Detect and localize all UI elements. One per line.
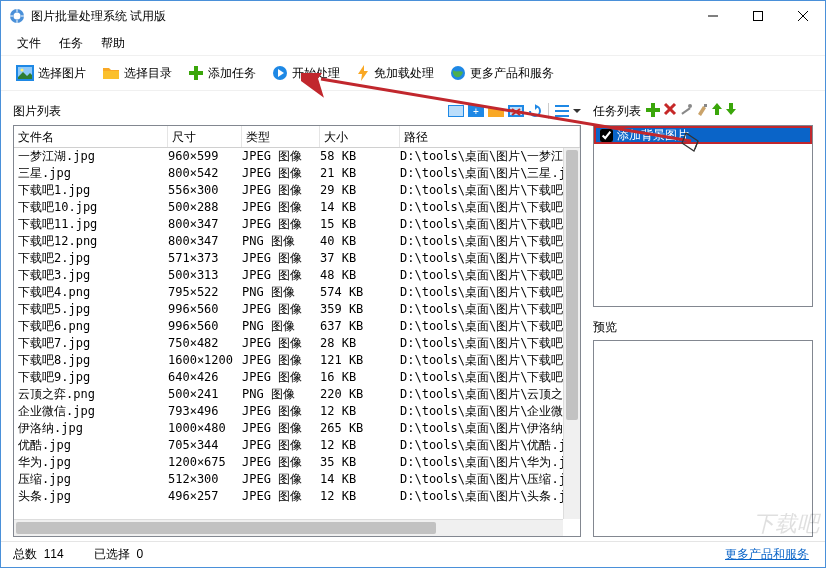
preview-panel xyxy=(593,340,813,537)
bolt-icon xyxy=(356,65,370,81)
folder-icon xyxy=(102,65,120,81)
table-row[interactable]: 伊洛纳.jpg1000×480JPEG 图像265 KBD:\tools\桌面\… xyxy=(14,420,580,437)
col-type[interactable]: 类型 xyxy=(242,126,320,147)
table-row[interactable]: 下载吧1.jpg556×300JPEG 图像29 KBD:\tools\桌面\图… xyxy=(14,182,580,199)
svg-rect-9 xyxy=(103,71,119,79)
btn-more-products[interactable]: 更多产品和服务 xyxy=(445,62,559,85)
table-row[interactable]: 优酷.jpg705×344JPEG 图像12 KBD:\tools\桌面\图片\… xyxy=(14,437,580,454)
table-row[interactable]: 云顶之弈.png500×241PNG 图像220 KBD:\tools\桌面\图… xyxy=(14,386,580,403)
task-item-label: 添加背景图片 xyxy=(617,127,689,144)
close-button[interactable] xyxy=(780,1,825,31)
svg-rect-11 xyxy=(189,71,203,75)
btn-fast-process[interactable]: 免加载处理 xyxy=(351,62,439,85)
svg-rect-3 xyxy=(753,12,762,21)
svg-rect-15 xyxy=(449,106,463,116)
menu-help[interactable]: 帮助 xyxy=(101,35,125,52)
titlebar: 图片批量处理系统 试用版 xyxy=(1,1,825,31)
col-path[interactable]: 路径 xyxy=(400,126,580,147)
menu-file[interactable]: 文件 xyxy=(17,35,41,52)
globe-icon xyxy=(450,65,466,81)
svg-rect-24 xyxy=(555,115,569,117)
svg-point-8 xyxy=(21,69,24,72)
table-row[interactable]: 下载吧11.jpg800×347JPEG 图像15 KBD:\tools\桌面\… xyxy=(14,216,580,233)
task-checkbox[interactable] xyxy=(600,129,613,142)
menubar: 文件 任务 帮助 xyxy=(1,31,825,55)
svg-rect-29 xyxy=(681,107,690,114)
svg-rect-26 xyxy=(646,108,660,112)
task-add-icon[interactable] xyxy=(645,102,661,121)
thumb-view-icon[interactable] xyxy=(448,105,464,117)
table-row[interactable]: 下载吧5.jpg996×560JPEG 图像359 KBD:\tools\桌面\… xyxy=(14,301,580,318)
table-row[interactable]: 一梦江湖.jpg960×599JPEG 图像58 KBD:\tools\桌面\图… xyxy=(14,148,580,165)
svg-rect-23 xyxy=(555,110,569,112)
table-row[interactable]: 下载吧8.jpg1600×1200JPEG 图像121 KBD:\tools\桌… xyxy=(14,352,580,369)
preview-label: 预览 xyxy=(593,319,813,336)
svg-text:+: + xyxy=(473,106,479,117)
play-icon xyxy=(272,65,288,81)
col-size[interactable]: 尺寸 xyxy=(168,126,242,147)
toolbar: 选择图片 选择目录 添加任务 开始处理 免加载处理 更多产品和服务 xyxy=(1,55,825,91)
dropdown-icon[interactable] xyxy=(573,105,581,117)
maximize-button[interactable] xyxy=(735,1,780,31)
table-row[interactable]: 华为.jpg1200×675JPEG 图像35 KBD:\tools\桌面\图片… xyxy=(14,454,580,471)
btn-select-folder[interactable]: 选择目录 xyxy=(97,62,177,85)
svg-point-30 xyxy=(688,104,692,108)
table-row[interactable]: 头条.jpg496×257JPEG 图像12 KBD:\tools\桌面\图片\… xyxy=(14,488,580,505)
window-title: 图片批量处理系统 试用版 xyxy=(31,8,166,25)
task-clear-icon[interactable] xyxy=(695,102,709,121)
col-filesize[interactable]: 大小 xyxy=(320,126,400,147)
add-image-icon[interactable]: + xyxy=(468,105,484,117)
image-list[interactable]: 文件名 尺寸 类型 大小 路径 一梦江湖.jpg960×599JPEG 图像58… xyxy=(13,125,581,537)
btn-add-task[interactable]: 添加任务 xyxy=(183,62,261,85)
table-row[interactable]: 下载吧10.jpg500×288JPEG 图像14 KBD:\tools\桌面\… xyxy=(14,199,580,216)
separator xyxy=(548,103,549,119)
task-list-title: 任务列表 xyxy=(593,103,641,120)
app-icon xyxy=(9,8,25,24)
menu-task[interactable]: 任务 xyxy=(59,35,83,52)
image-icon xyxy=(16,65,34,81)
table-row[interactable]: 压缩.jpg512×300JPEG 图像14 KBD:\tools\桌面\图片\… xyxy=(14,471,580,488)
list-headers: 文件名 尺寸 类型 大小 路径 xyxy=(14,126,580,148)
horizontal-scrollbar[interactable] xyxy=(14,519,563,536)
plus-icon xyxy=(188,65,204,81)
rotate-icon[interactable] xyxy=(528,104,542,118)
task-list[interactable]: 添加背景图片 xyxy=(593,125,813,307)
more-products-link[interactable]: 更多产品和服务 xyxy=(725,546,809,563)
btn-start-process[interactable]: 开始处理 xyxy=(267,62,345,85)
task-delete-icon[interactable] xyxy=(663,102,677,121)
btn-select-images[interactable]: 选择图片 xyxy=(11,62,91,85)
task-moveup-icon[interactable] xyxy=(711,102,723,121)
table-row[interactable]: 下载吧9.jpg640×426JPEG 图像16 KBD:\tools\桌面\图… xyxy=(14,369,580,386)
status-selected: 已选择 0 xyxy=(94,546,143,563)
task-item-selected[interactable]: 添加背景图片 xyxy=(594,126,812,144)
left-iconbar: + xyxy=(448,103,581,119)
col-name[interactable]: 文件名 xyxy=(14,126,168,147)
minimize-button[interactable] xyxy=(690,1,735,31)
table-row[interactable]: 下载吧4.png795×522PNG 图像574 KBD:\tools\桌面\图… xyxy=(14,284,580,301)
svg-rect-31 xyxy=(704,104,707,107)
table-row[interactable]: 下载吧2.jpg571×373JPEG 图像37 KBD:\tools\桌面\图… xyxy=(14,250,580,267)
table-row[interactable]: 下载吧12.png800×347PNG 图像40 KBD:\tools\桌面\图… xyxy=(14,233,580,250)
task-settings-icon[interactable] xyxy=(679,102,693,121)
svg-rect-22 xyxy=(555,105,569,107)
status-total: 总数 114 xyxy=(13,546,64,563)
image-list-title: 图片列表 xyxy=(13,103,61,120)
add-folder-icon[interactable] xyxy=(488,105,504,117)
table-row[interactable]: 企业微信.jpg793×496JPEG 图像12 KBD:\tools\桌面\图… xyxy=(14,403,580,420)
table-row[interactable]: 下载吧7.jpg750×482JPEG 图像28 KBD:\tools\桌面\图… xyxy=(14,335,580,352)
task-movedown-icon[interactable] xyxy=(725,102,737,121)
status-bar: 总数 114 已选择 0 xyxy=(1,541,825,567)
remove-icon[interactable] xyxy=(508,105,524,117)
table-row[interactable]: 三星.jpg800×542JPEG 图像21 KBD:\tools\桌面\图片\… xyxy=(14,165,580,182)
table-row[interactable]: 下载吧3.jpg500×313JPEG 图像48 KBD:\tools\桌面\图… xyxy=(14,267,580,284)
list-view-icon[interactable] xyxy=(555,105,569,117)
vertical-scrollbar[interactable] xyxy=(563,148,580,519)
table-row[interactable]: 下载吧6.png996×560PNG 图像637 KBD:\tools\桌面\图… xyxy=(14,318,580,335)
svg-point-1 xyxy=(14,13,21,20)
